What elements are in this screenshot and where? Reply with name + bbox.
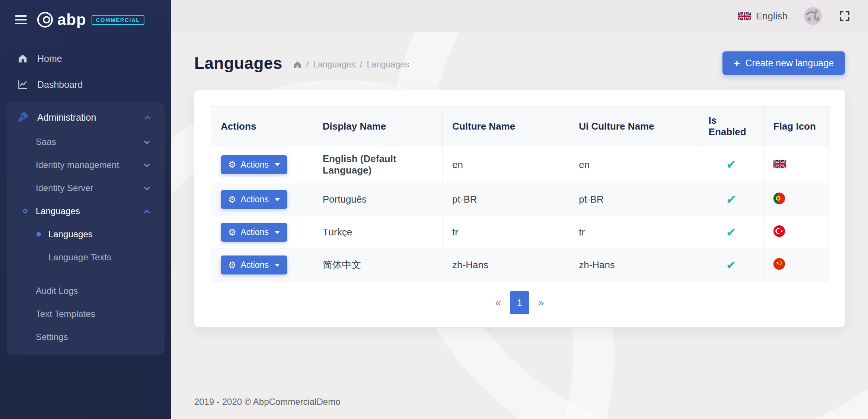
gear-icon: ⚙ <box>228 195 236 204</box>
administration-group: Administration Saas Identity management … <box>7 102 165 355</box>
caret-down-icon <box>275 163 280 166</box>
breadcrumb-separator: / <box>306 60 309 70</box>
ring-icon <box>23 209 28 213</box>
display-name-cell: Türkçe <box>313 216 442 249</box>
dot-icon <box>36 232 41 237</box>
ui-culture-name-cell: tr <box>569 216 699 249</box>
abp-logo-icon <box>36 11 54 28</box>
display-name-cell: English (Default Language) <box>313 146 442 183</box>
breadcrumb-item[interactable]: Languages <box>313 60 355 70</box>
sidebar-item-home[interactable]: Home <box>0 45 171 72</box>
uk-flag-icon <box>773 160 786 168</box>
languages-table: Actions Display Name Culture Name Ui Cul… <box>211 106 829 282</box>
caret-down-icon <box>275 264 280 267</box>
uk-flag-icon <box>738 12 751 20</box>
pagination-page-1[interactable]: 1 <box>510 291 529 314</box>
chevron-up-icon <box>145 115 151 121</box>
sidebar-item-label: Languages <box>36 206 80 216</box>
table-row: ⚙ Actions 简体中文 zh-Hans zh-Hans ✔ <box>211 249 829 282</box>
sidebar-item-identity-management[interactable]: Identity management <box>7 153 165 177</box>
abp-logo[interactable]: abp COMMERCIAL <box>36 11 144 28</box>
sidebar-item-label: Audit Logs <box>36 286 78 296</box>
pagination-next[interactable]: » <box>530 294 552 312</box>
wrench-icon <box>17 112 28 123</box>
column-header-culture-name: Culture Name <box>443 107 569 146</box>
breadcrumb-separator: / <box>360 60 362 70</box>
plus-icon: + <box>734 60 740 67</box>
gear-icon: ⚙ <box>228 261 236 270</box>
user-avatar[interactable] <box>804 7 822 25</box>
sidebar-header: abp COMMERCIAL <box>0 0 171 38</box>
pagination-prev[interactable]: « <box>487 294 509 312</box>
chart-icon <box>17 79 28 90</box>
display-name-cell: 简体中文 <box>313 249 442 282</box>
culture-name-cell: pt-BR <box>443 183 569 216</box>
breadcrumb: / Languages / Languages <box>293 60 409 70</box>
chevron-down-icon <box>144 161 150 167</box>
caret-down-icon <box>275 198 280 201</box>
sidebar-item-text-templates[interactable]: Text Templates <box>7 302 165 326</box>
row-actions-button[interactable]: ⚙ Actions <box>221 255 287 274</box>
current-language-label: English <box>756 10 788 22</box>
ui-culture-name-cell: pt-BR <box>569 183 699 216</box>
column-header-is-enabled: Is Enabled <box>699 107 763 146</box>
chevron-up-icon <box>144 209 150 215</box>
sidebar-item-label: Administration <box>37 112 96 123</box>
sidebar-item-identity-server[interactable]: Identity Server <box>7 177 165 200</box>
china-flag-icon <box>773 258 785 270</box>
row-actions-button[interactable]: ⚙ Actions <box>221 190 287 209</box>
create-button-label: Create new language <box>745 58 834 69</box>
row-actions-button[interactable]: ⚙ Actions <box>221 155 287 174</box>
culture-name-cell: tr <box>443 216 569 249</box>
turkey-flag-icon <box>773 225 785 237</box>
chevron-down-icon <box>144 138 150 144</box>
sidebar-item-label: Text Templates <box>36 309 95 319</box>
display-name-cell: Português <box>313 183 442 216</box>
check-icon: ✔ <box>726 158 736 171</box>
home-icon <box>17 53 28 64</box>
sidebar-item-audit-logs[interactable]: Audit Logs <box>7 279 165 302</box>
main-area: English Languages <box>171 0 868 419</box>
gear-icon: ⚙ <box>228 228 236 237</box>
table-row: ⚙ Actions English (Default Language) en … <box>211 146 829 183</box>
culture-name-cell: zh-Hans <box>443 249 569 282</box>
logo-text: abp <box>57 12 86 28</box>
sidebar: abp COMMERCIAL Home Dashboard <box>0 0 171 419</box>
sidebar-menu: Home Dashboard Administrati <box>0 38 171 419</box>
sidebar-item-saas[interactable]: Saas <box>7 130 165 153</box>
breadcrumb-item[interactable]: Languages <box>367 60 409 70</box>
app-root: abp COMMERCIAL Home Dashboard <box>0 0 868 419</box>
column-header-ui-culture-name: Ui Culture Name <box>569 107 699 146</box>
language-selector[interactable]: English <box>738 10 788 22</box>
table-header-row: Actions Display Name Culture Name Ui Cul… <box>211 107 829 146</box>
footer: 2019 - 2020 © AbpCommercialDemo <box>171 386 868 419</box>
actions-button-label: Actions <box>241 160 269 170</box>
caret-down-icon <box>275 231 280 234</box>
row-actions-button[interactable]: ⚙ Actions <box>221 223 287 242</box>
sidebar-item-label: Languages <box>48 229 93 239</box>
check-icon: ✔ <box>726 226 736 239</box>
sidebar-item-label: Home <box>37 53 62 64</box>
sidebar-item-administration[interactable]: Administration <box>7 104 165 130</box>
copyright-text: 2019 - 2020 © AbpCommercialDemo <box>194 397 341 407</box>
sidebar-item-languages[interactable]: Languages <box>7 200 165 223</box>
sidebar-item-languages-child[interactable]: Languages <box>7 223 165 246</box>
fullscreen-icon[interactable] <box>838 10 851 22</box>
ui-culture-name-cell: en <box>569 146 699 183</box>
sidebar-item-settings[interactable]: Settings <box>7 326 165 349</box>
sidebar-item-label: Saas <box>36 137 56 147</box>
sidebar-item-label: Dashboard <box>37 79 83 90</box>
sidebar-item-language-texts[interactable]: Language Texts <box>7 246 165 269</box>
chevron-down-icon <box>144 184 150 190</box>
actions-button-label: Actions <box>241 194 269 204</box>
sidebar-item-dashboard[interactable]: Dashboard <box>0 72 171 98</box>
sidebar-item-label: Identity Server <box>36 183 93 193</box>
page-content: Languages / Languages / Languages + Crea… <box>171 32 868 386</box>
culture-name-cell: en <box>443 146 569 183</box>
sidebar-item-label: Identity management <box>36 160 119 170</box>
create-new-language-button[interactable]: + Create new language <box>722 51 845 75</box>
menu-toggle-icon[interactable] <box>15 13 27 26</box>
gear-icon: ⚙ <box>228 160 236 169</box>
check-icon: ✔ <box>726 258 736 272</box>
home-icon[interactable] <box>293 60 302 69</box>
